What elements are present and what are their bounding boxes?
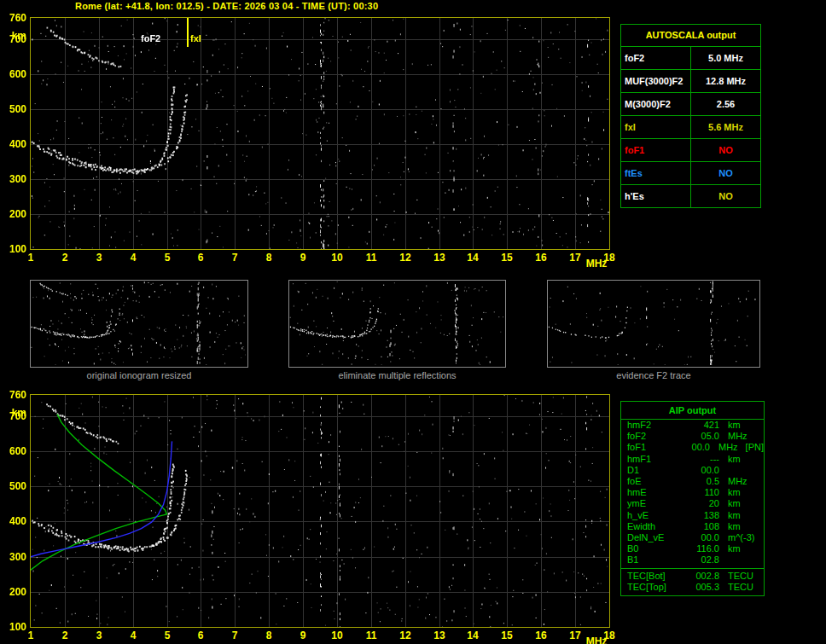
- x-tick-label: 14: [462, 630, 484, 641]
- x-tick-label: 4: [122, 630, 144, 641]
- x-tick-label: 2: [54, 630, 76, 641]
- aip-row: B0116.0km: [621, 543, 764, 554]
- aip-value: 20: [680, 498, 719, 509]
- x-tick-label: 16: [530, 630, 552, 641]
- x-tick-label: 12: [394, 252, 416, 263]
- aip-row: foE0.5MHz: [621, 476, 764, 487]
- y-tick-label: 760: [1, 13, 26, 23]
- y-tick-label: 500: [1, 104, 26, 114]
- x-tick-label: 5: [156, 630, 178, 641]
- aip-unit: MHz: [728, 476, 747, 487]
- aip-value: 05.0: [680, 431, 719, 442]
- x-tick-label: 9: [292, 630, 314, 641]
- thumbnail-evidence-canvas: [548, 281, 758, 365]
- aip-value: 002.8: [680, 571, 719, 582]
- aip-table-rows: hmF2421kmfoF205.0MHzfoF100.0MHz[PN]hmF1-…: [621, 420, 764, 566]
- autoscala-row-value: 2.56: [691, 99, 760, 109]
- x-tick-label: 8: [258, 252, 280, 263]
- autoscala-window: Rome (lat: +41.8, lon: 012.5) - DATE: 20…: [0, 0, 826, 644]
- x-tick-label: 1: [20, 630, 42, 641]
- aip-value: 108: [680, 521, 719, 532]
- aip-row: hmF2421km: [621, 420, 764, 431]
- x-tick-label: 2: [54, 252, 76, 263]
- x-tick-label: 15: [496, 630, 518, 641]
- x-tick-label: 4: [122, 252, 144, 263]
- x-tick-label: 7: [224, 630, 246, 641]
- aip-label: h_vE: [627, 510, 680, 521]
- x-tick-label: 1: [20, 252, 42, 263]
- x-tick-label: 15: [496, 252, 518, 263]
- aip-table-title: AIP output: [621, 402, 764, 420]
- aip-unit: MHz: [728, 431, 747, 442]
- autoscala-row-value: 5.6 MHz: [691, 122, 760, 132]
- y-tick-label: 500: [1, 481, 26, 491]
- autoscala-table-title: AUTOSCALA output: [621, 25, 760, 47]
- autoscala-row-value: NO: [691, 145, 760, 155]
- aip-row: D100.0: [621, 465, 764, 476]
- x-tick-label: 5: [156, 252, 178, 263]
- aip-unit: km: [728, 543, 741, 554]
- fxi-marker-line: [187, 18, 189, 47]
- autoscala-row: fxI5.6 MHz: [621, 116, 760, 139]
- y-axis-unit-label: km: [1, 408, 26, 418]
- aip-unit: km: [728, 498, 741, 509]
- aip-label: hmF1: [627, 454, 680, 465]
- y-tick-label: 600: [1, 446, 26, 456]
- y-tick-label: 400: [1, 139, 26, 149]
- x-tick-label: 7: [224, 252, 246, 263]
- y-tick-label: 300: [1, 552, 26, 562]
- autoscala-row-label: foF1: [621, 139, 691, 161]
- main-ionogram-plot: [30, 17, 610, 250]
- aip-value: 0.5: [680, 476, 719, 487]
- aip-label: TEC[Bot]: [627, 571, 680, 582]
- autoscala-row: h'EsNO: [621, 185, 760, 207]
- autoscala-row-value: NO: [691, 191, 760, 201]
- aip-label: hmF2: [627, 420, 680, 431]
- autoscala-row-label: fxI: [621, 116, 691, 138]
- aip-label: B0: [627, 543, 680, 554]
- x-tick-label: 9: [292, 252, 314, 263]
- aip-value: 00.0: [680, 532, 719, 543]
- aip-label: hmE: [627, 487, 680, 498]
- aip-unit: km: [728, 454, 741, 465]
- fof2-annotation-label: foF2: [141, 33, 160, 44]
- x-tick-label: 6: [189, 252, 212, 263]
- aip-unit: km: [728, 521, 741, 532]
- aip-row: foF100.0MHz[PN]: [621, 442, 764, 453]
- x-tick-label: 6: [189, 630, 212, 641]
- aip-row: Ewidth108km: [621, 521, 764, 532]
- autoscala-row-label: MUF(3000)F2: [621, 70, 691, 92]
- profile-ionogram-canvas: [31, 395, 609, 627]
- aip-row: foF205.0MHz: [621, 431, 764, 442]
- station-title: Rome (lat: +41.8, lon: 012.5) - DATE: 20…: [75, 1, 378, 11]
- aip-unit: TECU: [728, 582, 753, 593]
- autoscala-row-label: ftEs: [621, 162, 691, 184]
- autoscala-row: ftEsNO: [621, 162, 760, 185]
- aip-value: 00.0: [680, 465, 719, 476]
- profile-ionogram-plot: [30, 394, 610, 628]
- fxi-annotation-label: fxI: [190, 33, 201, 44]
- aip-value: 138: [680, 510, 719, 521]
- x-axis-unit-label: MHz: [581, 636, 612, 644]
- x-tick-label: 13: [428, 630, 451, 641]
- main-ionogram-canvas: [31, 18, 609, 249]
- thumbnail-eliminate-caption: eliminate multiple reflections: [288, 370, 506, 380]
- aip-label: TEC[Top]: [627, 582, 680, 593]
- autoscala-row: foF25.0 MHz: [621, 47, 760, 70]
- autoscala-row: foF1NO: [621, 139, 760, 162]
- thumbnail-original-ionogram: [30, 280, 248, 368]
- aip-row: ymE20km: [621, 498, 764, 509]
- aip-unit: MHz: [718, 442, 738, 453]
- aip-output-table: AIP output hmF2421kmfoF205.0MHzfoF100.0M…: [620, 401, 765, 596]
- aip-row: h_vE138km: [621, 510, 764, 521]
- thumbnail-eliminate-canvas: [289, 281, 503, 365]
- aip-value: 00.0: [675, 442, 710, 453]
- x-axis-unit-label: MHz: [581, 258, 612, 269]
- thumbnail-original-caption: original ionogram resized: [30, 370, 248, 380]
- aip-unit: km: [728, 420, 741, 431]
- aip-unit: TECU: [728, 571, 753, 582]
- autoscala-row: MUF(3000)F212.8 MHz: [621, 70, 760, 93]
- aip-value: ---: [680, 454, 719, 465]
- x-tick-label: 13: [428, 252, 451, 263]
- thumbnail-evidence-caption: evidence F2 trace: [547, 370, 760, 380]
